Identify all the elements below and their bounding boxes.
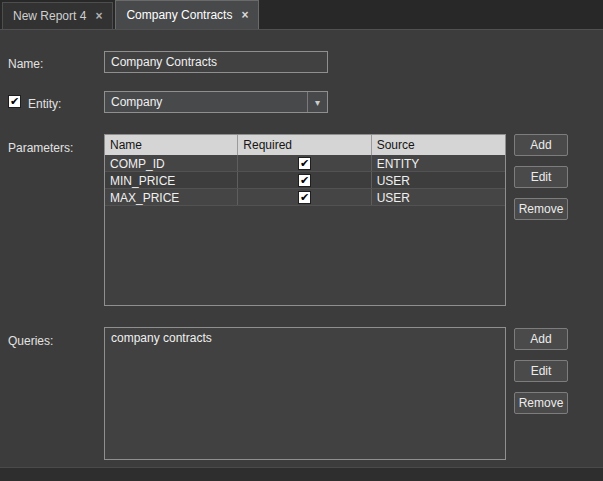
report-editor-window: New Report 4 × Company Contracts × Name:… — [0, 0, 603, 481]
entity-label: Entity: — [28, 97, 61, 111]
parameters-edit-button[interactable]: Edit — [514, 166, 568, 188]
close-icon[interactable]: × — [95, 10, 102, 22]
parameters-remove-button[interactable]: Remove — [514, 198, 568, 220]
name-label: Name: — [8, 57, 43, 71]
check-icon: ✔ — [300, 175, 309, 186]
column-header-required[interactable]: Required — [238, 135, 371, 155]
entity-checkbox[interactable]: ✔ — [8, 95, 21, 108]
required-checkbox[interactable]: ✔ — [298, 157, 311, 170]
param-required-cell: ✔ — [238, 189, 371, 205]
param-required-cell: ✔ — [238, 172, 371, 188]
check-icon: ✔ — [300, 158, 309, 169]
tab-label: New Report 4 — [13, 9, 86, 23]
param-source-cell: USER — [372, 172, 505, 188]
check-icon: ✔ — [300, 192, 309, 203]
table-row[interactable]: MAX_PRICE ✔ USER — [105, 189, 505, 206]
param-required-cell: ✔ — [238, 155, 371, 171]
queries-add-button[interactable]: Add — [514, 328, 568, 350]
param-name-cell: COMP_ID — [105, 155, 238, 171]
table-header: Name Required Source — [105, 135, 505, 155]
queries-remove-button[interactable]: Remove — [514, 392, 568, 414]
table-row[interactable]: MIN_PRICE ✔ USER — [105, 172, 505, 189]
chevron-down-icon[interactable]: ▾ — [307, 92, 327, 112]
queries-label: Queries: — [8, 334, 53, 348]
name-input[interactable] — [104, 51, 328, 73]
parameters-add-button[interactable]: Add — [514, 134, 568, 156]
check-icon: ✔ — [10, 96, 19, 107]
tab-new-report-4[interactable]: New Report 4 × — [2, 2, 113, 29]
tab-label: Company Contracts — [126, 8, 232, 22]
tab-bar: New Report 4 × Company Contracts × — [0, 0, 603, 30]
entity-selected-value: Company — [105, 95, 307, 109]
param-name-cell: MAX_PRICE — [105, 189, 238, 205]
param-name-cell: MIN_PRICE — [105, 172, 238, 188]
column-header-source[interactable]: Source — [372, 135, 505, 155]
chevron-glyph: ▾ — [315, 97, 320, 108]
queries-edit-button[interactable]: Edit — [514, 360, 568, 382]
param-source-cell: USER — [372, 189, 505, 205]
required-checkbox[interactable]: ✔ — [298, 174, 311, 187]
bottom-bar — [0, 467, 603, 481]
entity-select[interactable]: Company ▾ — [104, 91, 328, 113]
tab-company-contracts[interactable]: Company Contracts × — [115, 0, 259, 29]
close-icon[interactable]: × — [241, 9, 248, 21]
list-item[interactable]: company contracts — [105, 328, 505, 347]
parameters-label: Parameters: — [8, 141, 73, 155]
column-header-name[interactable]: Name — [105, 135, 238, 155]
required-checkbox[interactable]: ✔ — [298, 191, 311, 204]
queries-list[interactable]: company contracts — [104, 327, 506, 460]
param-source-cell: ENTITY — [372, 155, 505, 171]
parameters-table: Name Required Source COMP_ID ✔ ENTITY MI… — [104, 134, 506, 306]
table-row[interactable]: COMP_ID ✔ ENTITY — [105, 155, 505, 172]
